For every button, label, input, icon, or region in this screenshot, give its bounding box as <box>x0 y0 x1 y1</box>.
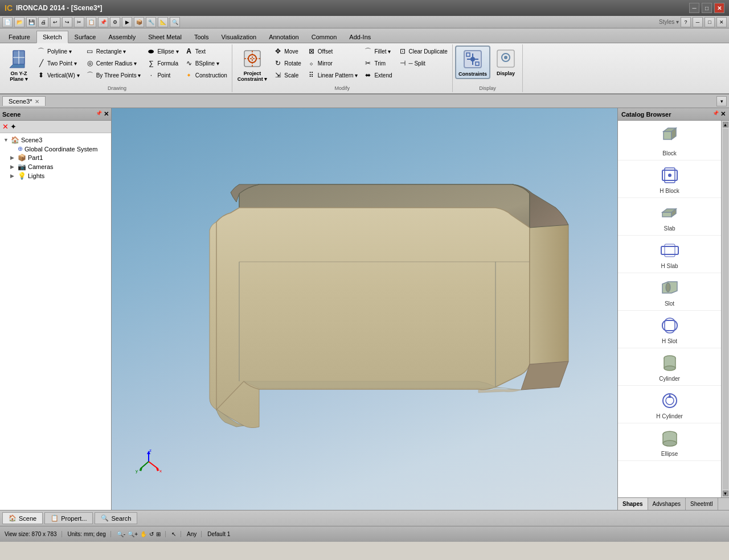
rotate-3d-icon[interactable]: ↺ <box>149 531 154 537</box>
catalog-close[interactable]: ✕ <box>720 110 726 118</box>
doc-tab-close[interactable]: ✕ <box>35 98 39 105</box>
catalog-item-ellipse[interactable]: Ellipse <box>618 423 721 461</box>
qa-winclose[interactable]: ✕ <box>716 17 727 27</box>
catalog-item-block[interactable]: Block <box>618 123 721 160</box>
trim-button[interactable]: ✂Trim <box>361 57 394 69</box>
bottom-tab-properties[interactable]: 📋 Propert... <box>44 512 93 524</box>
minimize-button[interactable]: ─ <box>689 3 699 13</box>
catalog-item-hslab[interactable]: H Slab <box>618 236 721 273</box>
qa-winmin[interactable]: ─ <box>693 17 703 27</box>
tab-sketch[interactable]: Sketch <box>36 31 68 43</box>
catalog-item-hblock[interactable]: H Block <box>618 160 721 198</box>
qa-extra3[interactable]: 📐 <box>158 17 168 27</box>
scene-panel-close[interactable]: ✕ <box>104 110 109 118</box>
catalog-item-cylinder[interactable]: Cylinder <box>618 348 721 386</box>
ellipse-button[interactable]: ⬬Ellipse ▾ <box>144 46 181 57</box>
qa-undo[interactable]: ↩ <box>50 17 60 27</box>
qa-winmax[interactable]: □ <box>705 17 715 27</box>
split-button[interactable]: ⊣─ Split <box>396 57 450 69</box>
scroll-up[interactable]: ▲ <box>723 122 728 127</box>
catalog-pin[interactable]: 📌 <box>712 110 719 118</box>
qa-redo[interactable]: ↪ <box>62 17 72 27</box>
on-yz-plane-button[interactable]: On Y-ZPlane ▾ <box>5 46 33 84</box>
bottom-tab-search[interactable]: 🔍 Search <box>95 512 137 524</box>
tab-annotation[interactable]: Annotation <box>263 30 305 43</box>
zoom-in-icon[interactable]: 🔍+ <box>128 531 138 537</box>
close-button[interactable]: ✕ <box>714 3 724 13</box>
catalog-tab-shapes[interactable]: Shapes <box>618 498 648 510</box>
tab-visualization[interactable]: Visualization <box>215 30 263 43</box>
qa-copy[interactable]: 📋 <box>86 17 96 27</box>
pan-icon[interactable]: ✋ <box>140 531 147 537</box>
formula-button[interactable]: ∑Formula <box>144 57 181 69</box>
select-icon[interactable]: ↖ <box>171 531 176 537</box>
offset-button[interactable]: ⊠Offset <box>305 46 361 57</box>
vertical-button[interactable]: ⬍Vertical(W) ▾ <box>34 69 82 81</box>
qa-save[interactable]: 💾 <box>26 17 36 27</box>
lights-expand[interactable]: ▶ <box>10 173 16 179</box>
clear-duplicate-button[interactable]: ⊡Clear Duplicate <box>396 46 450 57</box>
tab-feature[interactable]: Feature <box>2 30 36 43</box>
project-constraint-button[interactable]: ProjectConstraint ▾ <box>235 46 271 84</box>
cameras-expand[interactable]: ▶ <box>10 164 16 170</box>
construction-button[interactable]: 🔸Construction <box>182 69 230 81</box>
scene-add-btn[interactable]: ✦ <box>10 122 17 131</box>
scene-panel-pin[interactable]: 📌 <box>96 110 102 118</box>
catalog-item-slot[interactable]: Slot <box>618 273 721 311</box>
tab-common[interactable]: Common <box>305 30 343 43</box>
rotate-button[interactable]: ↻Rotate <box>271 57 303 69</box>
title-bar-buttons[interactable]: ─ □ ✕ <box>689 3 724 13</box>
qa-extra2[interactable]: 🔧 <box>146 17 156 27</box>
extend-button[interactable]: ⬌Extend <box>361 69 394 81</box>
tree-item-gcs[interactable]: ⊕ Global Coordinate System <box>9 145 109 153</box>
catalog-item-hcylinder[interactable]: H Cylinder <box>618 386 721 423</box>
text-button[interactable]: AText <box>182 46 230 57</box>
qa-help[interactable]: ? <box>681 17 691 27</box>
tree-item-cameras[interactable]: ▶ 📷 Cameras <box>9 162 109 171</box>
two-point-button[interactable]: ╱Two Point ▾ <box>34 57 82 69</box>
doc-tabs-dropdown[interactable]: ▾ <box>716 96 727 106</box>
qa-cut[interactable]: ✂ <box>74 17 84 27</box>
qa-paste[interactable]: 📌 <box>98 17 108 27</box>
tab-surface[interactable]: Surface <box>68 30 103 43</box>
bottom-tab-scene[interactable]: 🏠 Scene <box>2 512 43 524</box>
polyline-button[interactable]: ⌒Polyline ▾ <box>34 46 82 57</box>
bspline-button[interactable]: ∿BSpline ▾ <box>182 57 230 69</box>
tree-item-part1[interactable]: ▶ 📦 Part1 <box>9 153 109 162</box>
viewport[interactable]: z x y <box>112 108 617 510</box>
maximize-button[interactable]: □ <box>702 3 712 13</box>
doc-tab-scene3[interactable]: Scene3* ✕ <box>2 96 46 106</box>
display-button[interactable]: Display <box>492 46 520 78</box>
catalog-item-hslot[interactable]: H Slot <box>618 311 721 348</box>
mirror-button[interactable]: ⬦Mirror <box>305 57 361 69</box>
qa-new[interactable]: 📄 <box>2 17 13 27</box>
qa-open[interactable]: 📂 <box>14 17 24 27</box>
center-radius-button[interactable]: ◎Center Radius ▾ <box>83 57 144 69</box>
tree-item-scene3[interactable]: ▼ 🏠 Scene3 <box>2 135 109 145</box>
qa-extra1[interactable]: 📦 <box>134 17 144 27</box>
tree-item-lights[interactable]: ▶ 💡 Lights <box>9 171 109 180</box>
tab-sheetmetal[interactable]: Sheet Metal <box>142 30 188 43</box>
constraints-button[interactable]: Constraints <box>455 46 490 79</box>
catalog-item-slab[interactable]: Slab <box>618 198 721 236</box>
fit-icon[interactable]: ⊞ <box>156 531 161 537</box>
move-button[interactable]: ✥Move <box>271 46 303 57</box>
fillet-button[interactable]: ⌒Fillet ▾ <box>361 46 394 57</box>
linear-pattern-button[interactable]: ⠿Linear Pattern ▾ <box>305 69 361 81</box>
tab-assembly[interactable]: Assembly <box>102 30 142 43</box>
qa-extra4[interactable]: 🔍 <box>170 17 180 27</box>
rectangle-button[interactable]: ▭Rectangle ▾ <box>83 46 144 57</box>
bythreepoints-button[interactable]: ⌒By Three Points ▾ <box>83 69 144 81</box>
scroll-down[interactable]: ▼ <box>723 491 728 496</box>
scale-button[interactable]: ⇲Scale <box>271 69 303 81</box>
qa-print[interactable]: 🖨 <box>38 17 48 27</box>
catalog-tab-advshapes[interactable]: Advshapes <box>648 498 686 510</box>
tab-addins[interactable]: Add-Ins <box>343 30 377 43</box>
tab-tools[interactable]: Tools <box>188 30 215 43</box>
scene3-expand[interactable]: ▼ <box>3 137 9 143</box>
catalog-tab-sheetmtl[interactable]: Sheetmtl <box>686 498 718 510</box>
point-button[interactable]: ·Point <box>144 69 181 81</box>
zoom-out-icon[interactable]: 🔍- <box>117 531 125 537</box>
catalog-scrollbar[interactable]: ▲ ▼ <box>721 121 729 497</box>
scene-delete-btn[interactable]: ✕ <box>2 122 9 131</box>
